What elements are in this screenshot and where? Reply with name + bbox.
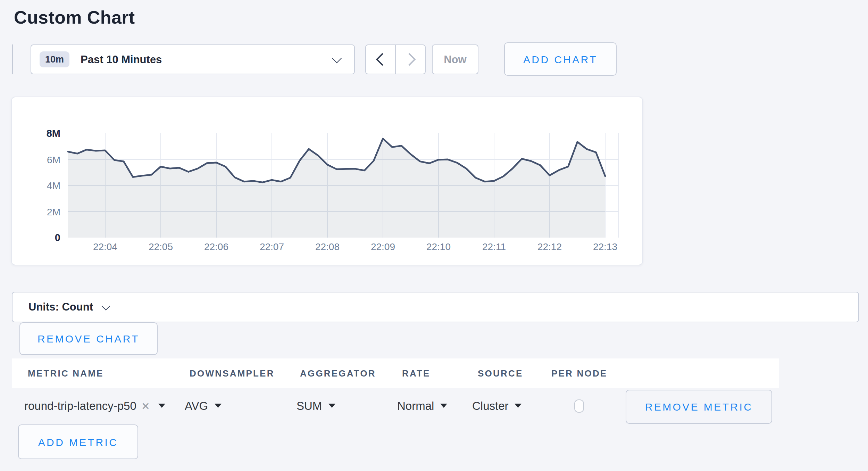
y-axis-tick-label: 4M	[20, 181, 60, 190]
column-header-downsampler: DOWNSAMPLER	[190, 368, 275, 379]
caret-down-icon	[328, 404, 335, 408]
aggregator-select[interactable]: SUM	[297, 399, 335, 413]
custom-chart-page: Custom Chart 10m Past 10 Minutes Now ADD…	[0, 0, 868, 471]
caret-down-icon	[515, 404, 522, 408]
add-metric-button[interactable]: ADD METRIC	[18, 424, 138, 459]
units-dropdown[interactable]: Units: Count	[12, 292, 859, 322]
chevron-right-icon	[403, 53, 416, 66]
x-axis-tick-label: 22:08	[305, 241, 350, 252]
y-axis-tick-label: 2M	[20, 207, 60, 216]
column-header-source: SOURCE	[478, 368, 523, 379]
per-node-checkbox[interactable]	[574, 399, 584, 413]
time-window-label: Past 10 Minutes	[81, 53, 162, 66]
column-header-rate: RATE	[402, 368, 431, 379]
chevron-left-icon	[376, 53, 389, 66]
metric-name-select[interactable]: round-trip-latency-p50✕	[24, 399, 165, 413]
downsampler-select[interactable]: AVG	[185, 399, 221, 413]
column-header-per-node: PER NODE	[551, 368, 607, 379]
x-axis-tick-label: 22:07	[250, 241, 294, 252]
next-time-button-disabled[interactable]	[396, 45, 425, 74]
caret-down-icon	[440, 404, 447, 408]
source-select[interactable]: Cluster	[472, 399, 522, 413]
remove-metric-button[interactable]: REMOVE METRIC	[626, 390, 772, 424]
units-label: Units: Count	[28, 301, 93, 313]
x-axis-tick-label: 22:13	[583, 241, 627, 252]
source-value: Cluster	[472, 399, 509, 412]
caret-down-icon	[158, 404, 165, 408]
rate-value: Normal	[397, 399, 434, 412]
chevron-down-icon	[332, 53, 342, 63]
metrics-table-header: METRIC NAME DOWNSAMPLER AGGREGATOR RATE …	[12, 358, 779, 388]
y-axis-tick-label: 0	[20, 233, 60, 242]
clear-metric-icon[interactable]: ✕	[141, 400, 150, 412]
y-axis-tick-label: 8M	[20, 129, 60, 138]
now-button[interactable]: Now	[432, 44, 478, 74]
prev-time-button[interactable]	[366, 45, 396, 74]
column-header-aggregator: AGGREGATOR	[300, 368, 376, 379]
toolbar-accent-divider	[12, 44, 13, 74]
remove-chart-button[interactable]: REMOVE CHART	[19, 322, 158, 355]
x-axis-tick-label: 22:09	[361, 241, 405, 252]
column-header-metric-name: METRIC NAME	[28, 368, 104, 379]
aggregator-value: SUM	[297, 399, 322, 412]
x-axis-tick-label: 22:11	[472, 241, 516, 252]
caret-down-icon	[214, 404, 221, 408]
metric-name-value: round-trip-latency-p50	[24, 399, 136, 412]
x-axis-tick-label: 22:12	[527, 241, 572, 252]
x-axis-tick-label: 22:04	[83, 241, 127, 252]
time-pager	[365, 44, 426, 74]
x-axis-tick-label: 22:06	[194, 241, 239, 252]
y-axis-tick-label: 6M	[20, 155, 60, 164]
page-title: Custom Chart	[14, 7, 135, 28]
timeseries-chart-card: 02M4M6M8M22:0422:0522:0622:0722:0822:092…	[11, 97, 643, 265]
time-window-dropdown[interactable]: 10m Past 10 Minutes	[31, 44, 355, 74]
x-axis-tick-label: 22:10	[416, 241, 461, 252]
time-window-badge: 10m	[40, 51, 69, 67]
add-chart-button[interactable]: ADD CHART	[504, 42, 617, 76]
chevron-down-icon	[101, 301, 110, 310]
area-chart[interactable]	[12, 97, 641, 263]
x-axis-tick-label: 22:05	[139, 241, 183, 252]
downsampler-value: AVG	[185, 399, 208, 412]
rate-select[interactable]: Normal	[397, 399, 447, 413]
